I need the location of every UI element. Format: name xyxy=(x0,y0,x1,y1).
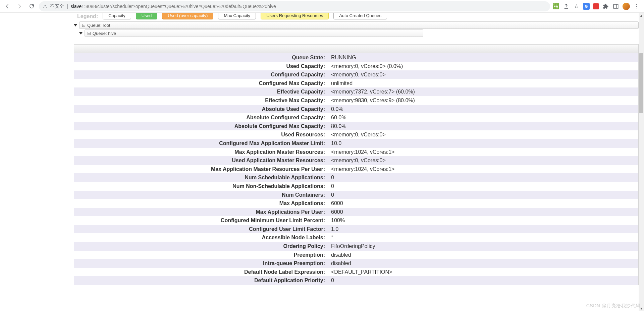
svg-rect-0 xyxy=(613,4,618,8)
forward-button[interactable] xyxy=(15,2,24,11)
share-icon[interactable] xyxy=(563,3,570,10)
insecure-icon: ⚠ xyxy=(43,4,47,9)
translate-icon[interactable]: 🈯 xyxy=(553,3,559,10)
browser-toolbar: ⚠ 不安全 | slave1:8088/cluster/scheduler?op… xyxy=(0,0,644,13)
back-button[interactable] xyxy=(3,2,12,11)
side-panel-icon[interactable] xyxy=(612,3,619,10)
star-icon[interactable]: ☆ xyxy=(573,3,580,10)
extension-red-icon[interactable] xyxy=(593,3,599,9)
extensions-puzzle-icon[interactable] xyxy=(602,3,609,10)
url-text: slave1:8088/cluster/scheduler?openQueues… xyxy=(71,4,276,9)
extension-google-translate-icon[interactable]: G xyxy=(583,3,590,10)
profile-avatar[interactable] xyxy=(623,3,630,10)
reload-button[interactable] xyxy=(27,2,36,11)
security-label: 不安全 xyxy=(50,3,64,9)
address-bar[interactable]: ⚠ 不安全 | slave1:8088/cluster/scheduler?op… xyxy=(39,1,550,11)
toolbar-actions: 🈯 ☆ G ⋮ xyxy=(553,3,641,10)
kebab-menu-icon[interactable]: ⋮ xyxy=(633,3,640,10)
